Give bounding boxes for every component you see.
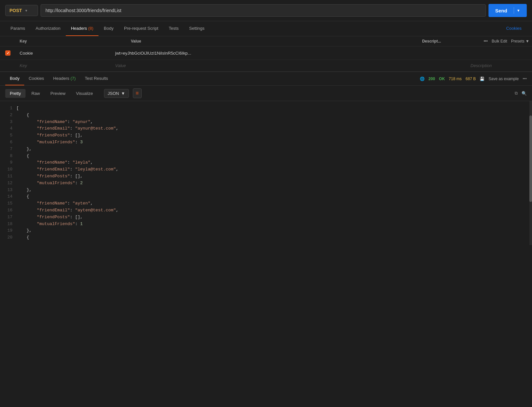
- tab-headers[interactable]: Headers (8): [66, 21, 99, 36]
- col-key-header: Key: [16, 36, 127, 46]
- cookie-checkbox[interactable]: [5, 50, 10, 56]
- code-line-13: },: [16, 187, 532, 194]
- cookie-checkbox-cell[interactable]: [0, 46, 16, 60]
- method-label: POST: [9, 8, 22, 13]
- url-input[interactable]: [41, 4, 486, 17]
- send-button[interactable]: Send ▼: [488, 4, 527, 17]
- globe-icon[interactable]: 🌐: [420, 77, 425, 81]
- view-tab-raw[interactable]: Raw: [27, 89, 44, 98]
- code-line-18: "mutualFriends": 1: [16, 221, 532, 228]
- send-divider: [514, 7, 514, 14]
- presets-dropdown[interactable]: Presets ▼: [511, 39, 529, 44]
- line-numbers: 1 2 3 4 5 6 7 8 9 10 11 12 13 14 15 16 1…: [0, 101, 16, 245]
- tab-headers-label: Headers: [71, 26, 87, 31]
- headers-columns: Key Value Descript... ••• Bulk Edit Pres…: [0, 36, 532, 46]
- code-content: [ { "friendName": "aynur", "friendEmail"…: [16, 101, 532, 245]
- code-line-15: "friendName": "ayten",: [16, 200, 532, 207]
- code-line-14: {: [16, 193, 532, 200]
- view-tab-pretty[interactable]: Pretty: [5, 89, 26, 98]
- code-line-19: },: [16, 227, 532, 234]
- format-chevron-icon: ▼: [121, 91, 125, 96]
- scrollbar-vertical[interactable]: [529, 101, 532, 245]
- response-tab-body[interactable]: Body: [5, 72, 24, 85]
- code-line-7: },: [16, 146, 532, 153]
- placeholder-description[interactable]: Description: [467, 60, 532, 71]
- request-tabs: Params Authorization Headers (8) Body Pr…: [0, 21, 532, 36]
- tab-headers-badge: (8): [88, 26, 93, 31]
- code-line-20: {: [16, 234, 532, 241]
- tab-body[interactable]: Body: [98, 21, 119, 36]
- header-row-cookie: Cookie jwt=eyJhbGciOiJIUzI1NiIsInR5cCI6I…: [0, 46, 532, 60]
- response-size: 687 B: [466, 77, 476, 81]
- code-line-10: "friendEmail": "leyla@test.com",: [16, 166, 532, 173]
- tab-tests[interactable]: Tests: [164, 21, 184, 36]
- code-line-11: "friendPosts": [],: [16, 173, 532, 180]
- view-tab-preview[interactable]: Preview: [46, 89, 70, 98]
- response-tab-headers[interactable]: Headers (7): [49, 72, 80, 85]
- bulk-edit-button[interactable]: Bulk Edit: [492, 39, 507, 44]
- col-actions: ••• Bulk Edit Presets ▼: [484, 39, 532, 44]
- code-area[interactable]: 1 2 3 4 5 6 7 8 9 10 11 12 13 14 15 16 1…: [0, 101, 532, 245]
- response-tabs: Body Cookies Headers (7) Test Results 🌐 …: [0, 72, 532, 86]
- tab-cookies[interactable]: Cookies: [501, 21, 527, 36]
- code-line-8: {: [16, 153, 532, 160]
- save-as-example-button[interactable]: Save as example: [488, 77, 519, 81]
- code-line-4: "friendEmail": "aynur@test.com",: [16, 125, 532, 132]
- cookie-key[interactable]: Cookie: [16, 47, 111, 59]
- col-desc-header: Descript...: [418, 36, 484, 46]
- view-tools-right: ⧉ 🔍: [515, 91, 527, 96]
- send-chevron-icon[interactable]: ▼: [517, 9, 520, 12]
- response-stats: 🌐 200 OK 718 ms 687 B 💾 Save as example …: [420, 77, 527, 81]
- placeholder-value[interactable]: Value: [111, 60, 467, 71]
- tab-pre-request[interactable]: Pre-request Script: [119, 21, 164, 36]
- search-icon[interactable]: 🔍: [522, 91, 527, 96]
- response-tab-cookies[interactable]: Cookies: [24, 72, 49, 85]
- more-actions-icon[interactable]: •••: [484, 39, 488, 44]
- code-line-2: {: [16, 112, 532, 119]
- cookie-description[interactable]: [467, 50, 532, 56]
- status-text: OK: [439, 77, 445, 81]
- code-line-3: "friendName": "aynur",: [16, 119, 532, 126]
- method-chevron-icon: ▼: [25, 9, 28, 12]
- code-line-5: "friendPosts": [],: [16, 132, 532, 139]
- placeholder-checkbox-cell[interactable]: [0, 62, 16, 70]
- tab-settings[interactable]: Settings: [184, 21, 210, 36]
- response-section: Body Cookies Headers (7) Test Results 🌐 …: [0, 72, 532, 245]
- code-line-12: "mutualFriends": 2: [16, 180, 532, 187]
- code-line-6: "mutualFriends": 3: [16, 139, 532, 146]
- header-row-placeholder: Key Value Description: [0, 60, 532, 72]
- code-line-16: "friendEmail": "ayten@test.com",: [16, 207, 532, 214]
- view-tabs: Pretty Raw Preview Visualize JSON ▼ ≡ ⧉ …: [0, 86, 532, 101]
- code-line-17: "friendPosts": [],: [16, 214, 532, 221]
- format-label: JSON: [108, 91, 119, 96]
- word-wrap-button[interactable]: ≡: [133, 88, 142, 98]
- scrollbar-thumb[interactable]: [529, 115, 532, 202]
- method-select[interactable]: POST ▼: [5, 5, 38, 16]
- response-more-icon[interactable]: •••: [523, 77, 527, 81]
- copy-icon[interactable]: ⧉: [515, 91, 518, 96]
- view-tab-visualize[interactable]: Visualize: [71, 89, 98, 98]
- col-value-header: Value: [127, 36, 418, 46]
- headers-section: Key Value Descript... ••• Bulk Edit Pres…: [0, 36, 532, 72]
- response-headers-badge: (7): [70, 76, 76, 81]
- placeholder-key[interactable]: Key: [16, 60, 111, 71]
- response-time: 718 ms: [449, 77, 462, 81]
- status-code: 200: [429, 77, 435, 81]
- tab-authorization[interactable]: Authorization: [30, 21, 66, 36]
- code-line-1: [: [16, 105, 532, 112]
- code-line-9: "friendName": "leyla",: [16, 159, 532, 166]
- url-bar: POST ▼ Send ▼: [0, 0, 532, 21]
- response-tab-test-results[interactable]: Test Results: [80, 72, 113, 85]
- cookie-value[interactable]: jwt=eyJhbGciOiJIUzI1NiIsInR5cCI6Ikp...: [111, 47, 467, 59]
- format-select[interactable]: JSON ▼: [104, 89, 129, 98]
- tab-params[interactable]: Params: [5, 21, 30, 36]
- save-icon[interactable]: 💾: [480, 77, 485, 81]
- send-label: Send: [495, 8, 511, 13]
